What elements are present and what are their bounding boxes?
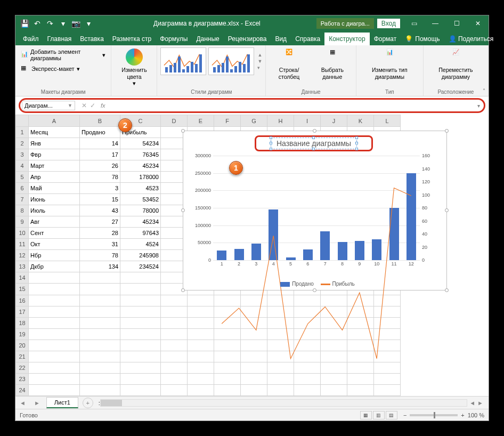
qat-more-icon[interactable]: ▾ [58,19,68,28]
tab-format[interactable]: Формат [370,33,401,45]
cell[interactable]: 31 [80,239,120,250]
cell[interactable] [188,295,214,306]
cell[interactable] [120,328,161,340]
select-data-button[interactable]: ▦Выбрать данные [312,47,353,81]
cell[interactable] [80,328,120,340]
row-header[interactable]: 21 [16,351,29,362]
cell[interactable] [188,384,214,395]
cell[interactable]: 28 [80,228,120,239]
col-header[interactable]: B [80,115,120,127]
col-header[interactable]: E [188,115,214,127]
row-header[interactable]: 15 [16,284,29,295]
plot-area[interactable] [213,156,420,260]
row-header[interactable]: 1 [16,127,29,138]
chart-styles-gallery[interactable]: ▲▼▾ [160,47,262,75]
maximize-icon[interactable]: ☐ [446,15,467,31]
cell[interactable] [188,340,214,351]
cell[interactable] [29,351,80,362]
row-header[interactable]: 16 [16,295,29,306]
cell[interactable]: 78 [80,172,120,183]
cell[interactable] [161,362,188,373]
cell[interactable] [161,306,188,317]
row-header[interactable]: 10 [16,228,29,239]
cell[interactable] [120,373,161,384]
row-header[interactable]: 22 [16,362,29,373]
cell[interactable] [161,295,188,306]
row-header[interactable]: 11 [16,239,29,250]
cell[interactable] [188,373,214,384]
chart-style-2[interactable] [208,47,254,75]
qat-more2-icon[interactable]: ▾ [84,19,93,28]
name-box[interactable]: Диаграм...▼ [22,101,75,110]
cell[interactable] [267,384,294,395]
cell[interactable]: Апр [29,172,80,183]
cell[interactable]: Март [29,160,80,172]
cell[interactable]: Фвр [29,149,80,160]
cell[interactable] [241,373,267,384]
row-header[interactable]: 2 [16,138,29,149]
cell[interactable] [80,373,120,384]
cell[interactable]: Май [29,183,80,194]
cell[interactable]: 3 [80,183,120,194]
col-header[interactable]: D [161,115,188,127]
tab-review[interactable]: Рецензирова [224,33,271,45]
cell[interactable] [294,362,321,373]
cell[interactable]: Дкбр [29,261,80,272]
cell[interactable] [374,373,401,384]
add-sheet-icon[interactable]: + [83,398,93,408]
tab-file[interactable]: Файл [19,33,43,45]
cell[interactable] [80,340,120,351]
cell[interactable] [29,272,80,284]
cell[interactable] [188,351,214,362]
resize-handle[interactable] [181,288,185,292]
cell[interactable] [321,362,347,373]
gallery-more-icon[interactable]: ▾ [257,65,262,70]
cell[interactable] [347,362,374,373]
cell[interactable]: 97643 [120,228,161,239]
gallery-down-icon[interactable]: ▼ [257,59,262,64]
cell[interactable] [161,328,188,340]
cell[interactable] [214,373,241,384]
cell[interactable] [294,373,321,384]
cell[interactable]: 4523 [120,183,161,194]
cell[interactable]: 4524 [120,239,161,250]
cell[interactable] [120,295,161,306]
gallery-up-icon[interactable]: ▲ [257,52,262,58]
row-header[interactable]: 7 [16,194,29,205]
cell[interactable] [120,284,161,295]
cell[interactable]: Продано [80,127,120,138]
share-button[interactable]: 👤 Поделиться [444,33,498,45]
cell[interactable] [214,384,241,395]
cell[interactable]: Месяц [29,127,80,138]
resize-handle[interactable] [445,208,449,212]
cell[interactable] [80,351,120,362]
cell[interactable] [80,272,120,284]
cell[interactable]: 134 [80,261,120,272]
cell[interactable] [161,373,188,384]
row-header[interactable]: 20 [16,340,29,351]
cell[interactable] [29,362,80,373]
cell[interactable]: 178000 [120,172,161,183]
chevron-down-icon[interactable]: ▼ [68,103,72,108]
sheet-nav-prev-icon[interactable]: ◄ [15,400,30,406]
col-header[interactable]: J [321,115,347,127]
col-header[interactable]: G [241,115,267,127]
close-icon[interactable]: ✕ [467,15,489,31]
cell[interactable]: Нбр [29,250,80,261]
add-chart-element-button[interactable]: 📊Добавить элемент диаграммы ▾ [19,47,108,62]
switch-row-column-button[interactable]: 🔀Строка/ столбец [269,47,308,81]
cell[interactable] [374,384,401,395]
cell[interactable] [120,272,161,284]
cell[interactable] [188,362,214,373]
cell[interactable] [241,362,267,373]
cell[interactable] [80,362,120,373]
row-header[interactable]: 14 [16,272,29,284]
cell[interactable] [188,317,214,328]
cell[interactable] [161,351,188,362]
quick-layout-button[interactable]: ▦Экспресс-макет ▾ [19,63,82,74]
cell[interactable]: 27 [80,216,120,228]
row-header[interactable]: 9 [16,216,29,228]
cell[interactable] [161,317,188,328]
row-header[interactable]: 5 [16,172,29,183]
tell-me[interactable]: 💡Помощь [401,33,444,45]
